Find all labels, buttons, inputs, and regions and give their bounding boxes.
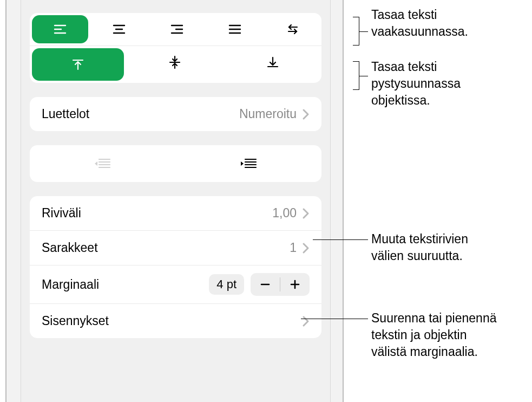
callout-leader [301, 319, 368, 319]
columns-value: 1 [290, 241, 297, 255]
align-right-icon [169, 22, 185, 37]
align-middle-icon [167, 55, 182, 70]
horizontal-align-group [30, 13, 321, 46]
spacing-card: Riviväli 1,00 Sarakkeet 1 Marginaali 4 p… [30, 196, 321, 338]
align-justify-icon [227, 22, 242, 37]
callout-vertical-align: Tasaa teksti pystysuunnassa objektissa. [371, 59, 461, 109]
indent-controls-card [30, 145, 321, 182]
minus-icon [259, 278, 271, 290]
margin-decrease-button[interactable] [251, 273, 280, 296]
svg-marker-25 [95, 161, 97, 166]
direction-arrows-icon [285, 22, 300, 37]
columns-row[interactable]: Sarakkeet 1 [30, 231, 321, 265]
vertical-align-group [30, 46, 321, 83]
align-left-icon [52, 22, 68, 37]
margin-label: Marginaali [42, 277, 209, 292]
lists-value: Numeroitu [239, 107, 297, 121]
align-direction-button[interactable] [264, 13, 321, 46]
align-justify-button[interactable] [206, 13, 264, 46]
margin-value: 4 pt [209, 274, 244, 295]
callout-line-spacing: Muuta tekstirivien välien suuruutta. [371, 231, 468, 264]
align-right-button[interactable] [148, 13, 206, 46]
indents-label: Sisennykset [42, 314, 302, 328]
svg-marker-30 [241, 161, 244, 166]
indents-row[interactable]: Sisennykset [30, 304, 321, 338]
align-top-button[interactable] [32, 48, 124, 81]
chevron-right-icon [302, 242, 310, 254]
indent-icon [239, 156, 258, 171]
margin-row: Marginaali 4 pt [30, 265, 321, 304]
lists-card: Luettelot Numeroitu [30, 97, 321, 131]
plus-icon [289, 278, 301, 290]
margin-stepper [251, 273, 310, 296]
align-left-button[interactable] [32, 15, 88, 43]
callout-leader [359, 76, 368, 76]
columns-label: Sarakkeet [42, 241, 290, 255]
bracket [353, 61, 359, 90]
callout-leader [359, 31, 368, 32]
outdent-icon [94, 156, 112, 171]
margin-increase-button[interactable] [280, 273, 310, 296]
outdent-button [30, 145, 176, 182]
align-middle-button[interactable] [126, 46, 224, 79]
line-spacing-label: Riviväli [42, 206, 272, 221]
callout-margin: Suurenna tai pienennä tekstin ja objekti… [371, 310, 496, 360]
alignment-card [30, 13, 321, 83]
lists-row[interactable]: Luettelot Numeroitu [30, 97, 321, 131]
indent-button[interactable] [176, 145, 322, 182]
align-center-icon [111, 22, 127, 37]
align-top-icon [70, 57, 86, 72]
chevron-right-icon [302, 108, 310, 120]
inspector-panel: Luettelot Numeroitu [21, 0, 331, 402]
chevron-right-icon [302, 208, 310, 219]
callout-horizontal-align: Tasaa teksti vaakasuunnassa. [371, 7, 468, 40]
callout-leader [313, 239, 368, 240]
bracket [353, 17, 359, 46]
line-spacing-row[interactable]: Riviväli 1,00 [30, 196, 321, 231]
align-bottom-button[interactable] [224, 46, 322, 79]
chevron-right-icon [302, 315, 310, 327]
lists-label: Luettelot [42, 107, 239, 121]
align-center-button[interactable] [90, 13, 148, 46]
inspector-panel-frame: Luettelot Numeroitu [5, 0, 344, 402]
align-bottom-icon [265, 55, 280, 70]
line-spacing-value: 1,00 [272, 206, 297, 221]
